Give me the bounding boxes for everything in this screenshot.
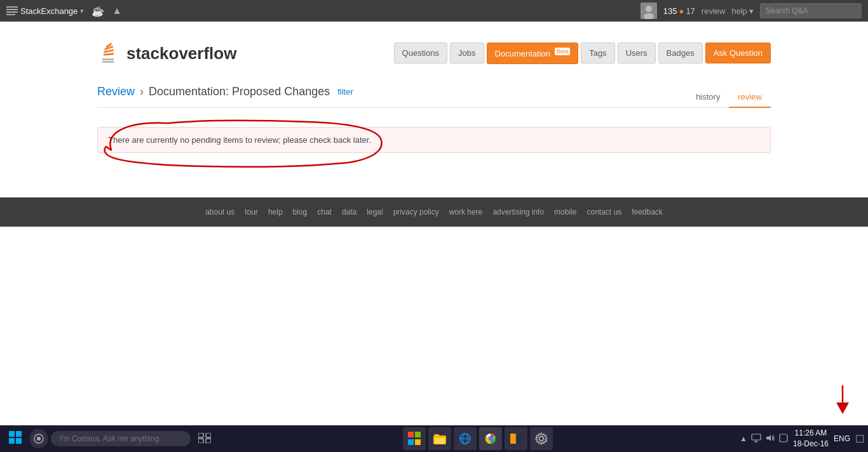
help-dropdown[interactable]: help ▾ [731,6,754,16]
stackoverflow-logo-icon [97,41,123,66]
nav-tags[interactable]: Tags [581,43,614,63]
svg-rect-9 [104,53,114,55]
avatar-image [641,3,657,19]
nav-ask-question[interactable]: Ask Question [705,43,771,63]
footer-legal[interactable]: legal [367,208,383,216]
top-bar-right: 135●17 review help ▾ [641,3,862,19]
svg-point-5 [646,6,652,12]
user-reputation: 135●17 [663,6,695,16]
logo-text: stackoverflow [126,44,236,63]
notice-wrapper: There are currently no pending items to … [97,127,771,153]
footer: about us tour help blog chat data legal … [0,197,868,227]
top-bar-left: StackExchange ▾ ☕ ▲ [6,5,122,17]
stackexchange-logo[interactable]: StackExchange ▾ [6,5,84,17]
footer-contact[interactable]: contact us [587,208,621,216]
tab-review[interactable]: review [729,87,771,108]
nav-badges[interactable]: Badges [658,43,703,63]
achievements-icon[interactable]: ▲ [112,5,122,17]
svg-rect-8 [102,61,114,63]
footer-tour[interactable]: tour [245,208,258,216]
footer-chat[interactable]: chat [317,208,332,216]
site-header: stackoverflow Questions Jobs Documentati… [97,34,771,66]
stackexchange-dropdown-arrow: ▾ [80,7,84,15]
beta-badge: Beta [555,48,571,55]
notice-box: There are currently no pending items to … [97,127,771,153]
notice-text: There are currently no pending items to … [108,135,371,145]
nav-jobs[interactable]: Jobs [450,43,484,63]
site-nav: Questions Jobs Documentation Beta Tags U… [394,43,771,64]
main-wrapper: stackoverflow Questions Jobs Documentati… [85,22,783,172]
nav-questions[interactable]: Questions [394,43,448,63]
tab-history[interactable]: history [687,87,729,108]
svg-rect-0 [6,6,18,8]
se-logo-icon [6,5,18,17]
user-avatar[interactable] [641,3,657,19]
nav-documentation[interactable]: Documentation Beta [487,43,579,64]
svg-rect-7 [102,58,114,60]
footer-feedback[interactable]: feedback [632,208,663,216]
help-dropdown-arrow: ▾ [749,6,754,16]
stackexchange-label: StackExchange [20,6,78,16]
footer-data[interactable]: data [342,208,356,216]
svg-rect-3 [6,14,15,15]
footer-about[interactable]: about us [205,208,234,216]
footer-blog[interactable]: blog [293,208,308,216]
inbox-icon[interactable]: ☕ [92,5,104,17]
svg-rect-2 [6,11,18,13]
footer-advertising[interactable]: advertising info [492,208,544,216]
nav-users[interactable]: Users [618,43,656,63]
top-bar: StackExchange ▾ ☕ ▲ 135●17 review help ▾ [0,0,868,22]
search-input[interactable] [760,3,862,18]
review-link[interactable]: review [702,6,726,16]
footer-links: about us tour help blog chat data legal … [0,208,868,216]
svg-rect-1 [6,9,18,10]
tabs-area: history review [97,87,771,108]
footer-mobile[interactable]: mobile [554,208,576,216]
footer-privacy[interactable]: privacy policy [393,208,439,216]
footer-work[interactable]: work here [449,208,483,216]
site-logo[interactable]: stackoverflow [97,41,236,66]
page-content: Review › Documentation: Proposed Changes… [97,79,771,159]
footer-help[interactable]: help [268,208,283,216]
